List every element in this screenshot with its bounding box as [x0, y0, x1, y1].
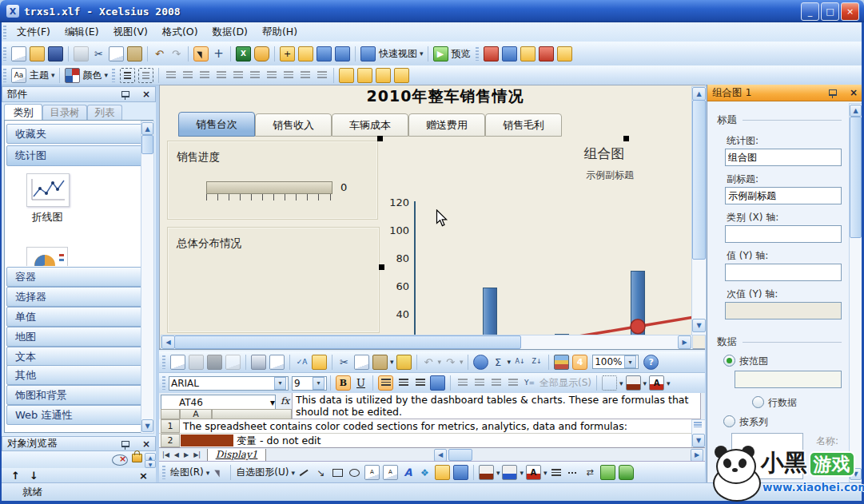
- borders-icon[interactable]: [602, 375, 617, 391]
- bring-forward-icon[interactable]: [357, 68, 372, 83]
- excel-permission-icon[interactable]: [225, 355, 241, 370]
- last-sheet-button[interactable]: ▶|: [193, 451, 201, 458]
- chevron-down-icon[interactable]: ▾: [51, 71, 55, 79]
- textbox-tool-icon[interactable]: A: [364, 465, 380, 480]
- menu-file[interactable]: 文件(F): [10, 22, 58, 42]
- section-maps[interactable]: 地图: [6, 327, 148, 347]
- space-evenly-horizontal-icon[interactable]: [265, 69, 278, 82]
- hide-object-icon[interactable]: ×: [112, 454, 128, 466]
- make-same-width-icon[interactable]: [298, 69, 312, 82]
- secondary-axis-input[interactable]: [725, 302, 842, 319]
- research-icon[interactable]: [312, 355, 327, 370]
- cut-icon[interactable]: ✂: [92, 47, 106, 61]
- line-tool-icon[interactable]: [297, 466, 311, 479]
- scrollbar-thumb[interactable]: [850, 117, 862, 238]
- align-left-button[interactable]: [378, 375, 393, 391]
- diagram-icon[interactable]: ❖: [418, 466, 432, 479]
- fill-color-icon[interactable]: [626, 375, 641, 391]
- chevron-down-icon[interactable]: ▾: [270, 397, 275, 408]
- increase-font-icon[interactable]: [489, 376, 503, 390]
- subtitle-input[interactable]: [725, 187, 842, 204]
- row-header-1[interactable]: 1: [161, 419, 180, 433]
- scrollbar-thumb[interactable]: [141, 135, 153, 154]
- row-data-radio[interactable]: [752, 396, 764, 408]
- tab-tree[interactable]: 目录树: [42, 105, 87, 121]
- chevron-down-icon[interactable]: ▾: [460, 358, 464, 366]
- design-canvas[interactable]: 2010年整车销售情况 销售台次 销售收入 车辆成本 赠送费用 销售毛利 销售进…: [159, 85, 705, 349]
- preview-button[interactable]: 预览: [452, 47, 471, 61]
- insert-picture-icon[interactable]: [453, 465, 468, 480]
- section-art-backgrounds[interactable]: 饰图和背景: [6, 385, 148, 405]
- hyperlink-globe-icon[interactable]: [473, 355, 488, 370]
- corner-cell[interactable]: [161, 409, 180, 419]
- category-axis-input[interactable]: [725, 225, 842, 243]
- draw-menu-button[interactable]: 绘图(R): [170, 466, 204, 479]
- close-icon[interactable]: ×: [142, 89, 150, 100]
- by-range-radio[interactable]: [723, 355, 735, 367]
- section-selectors[interactable]: 选择器: [6, 287, 148, 307]
- scroll-down-button[interactable]: ▼: [692, 434, 705, 447]
- pin-icon[interactable]: [121, 441, 129, 447]
- chevron-down-icon[interactable]: ▾: [291, 469, 295, 477]
- by-series-radio[interactable]: [723, 415, 735, 427]
- tab-list[interactable]: 列表: [87, 105, 122, 121]
- dashboard-tab-vehicle-cost[interactable]: 车辆成本: [332, 113, 408, 137]
- name-box[interactable]: AT46 ▾: [161, 395, 276, 410]
- close-icon[interactable]: ×: [142, 439, 150, 450]
- scroll-left-button[interactable]: ◀: [434, 449, 447, 462]
- redo-icon[interactable]: ↷: [169, 47, 183, 61]
- row-header-2[interactable]: 2: [161, 434, 180, 447]
- menu-format[interactable]: 格式(O): [155, 22, 205, 42]
- import-excel-icon[interactable]: X: [236, 46, 251, 62]
- excel-print-preview-icon[interactable]: [269, 355, 285, 370]
- align-middle-icon[interactable]: [231, 69, 245, 82]
- scroll-right-button[interactable]: ▶: [678, 335, 691, 349]
- align-right-button[interactable]: [413, 376, 427, 390]
- make-same-height-icon[interactable]: [315, 69, 328, 82]
- canvas-decrease-icon[interactable]: [298, 46, 313, 62]
- components-scrollbar[interactable]: [141, 121, 154, 434]
- shadow-style-icon[interactable]: [600, 465, 615, 480]
- selection-handle[interactable]: [379, 264, 384, 270]
- chevron-down-icon[interactable]: ▾: [390, 358, 394, 366]
- column-header-a[interactable]: A: [180, 409, 212, 419]
- show-all-button[interactable]: 全部显示(S): [540, 376, 591, 390]
- scroll-down-button[interactable]: ▼: [141, 419, 153, 432]
- chevron-down-icon[interactable]: ▾: [508, 358, 512, 366]
- oval-tool-icon[interactable]: [348, 466, 361, 479]
- bold-button[interactable]: B: [336, 375, 351, 391]
- section-containers[interactable]: 容器: [6, 267, 148, 287]
- rectangle-tool-icon[interactable]: [331, 466, 344, 479]
- merge-center-button[interactable]: [430, 375, 445, 391]
- delete-icon[interactable]: ×: [139, 470, 148, 482]
- chevron-down-icon[interactable]: ▾: [520, 469, 524, 477]
- export-air-icon[interactable]: [502, 46, 517, 62]
- align-right-icon[interactable]: [197, 69, 211, 82]
- cut-icon[interactable]: ✂: [337, 355, 351, 369]
- arrow-tool-icon[interactable]: ↘: [314, 466, 328, 479]
- section-text[interactable]: 文本: [6, 347, 148, 367]
- export-outlook-icon[interactable]: [520, 46, 536, 62]
- color-scheme-button[interactable]: 颜色: [83, 69, 102, 82]
- pie-chart-thumbnail[interactable]: [26, 247, 68, 266]
- component-crosshair-icon[interactable]: +: [212, 47, 225, 61]
- spreadsheet-grid[interactable]: 1 The spreadsheet contains color coded s…: [159, 419, 705, 447]
- move-down-icon[interactable]: ↓: [30, 470, 38, 482]
- space-evenly-vertical-icon[interactable]: [281, 69, 295, 82]
- vertical-textbox-tool-icon[interactable]: A: [383, 465, 398, 480]
- decrease-indent-icon[interactable]: [456, 376, 469, 390]
- select-objects-icon[interactable]: [212, 466, 225, 479]
- send-to-back-icon[interactable]: [394, 68, 409, 83]
- excel-new-icon[interactable]: [170, 355, 185, 370]
- undo-icon[interactable]: ↶: [153, 47, 166, 61]
- chevron-down-icon[interactable]: ▾: [667, 379, 671, 387]
- series-listbox[interactable]: [731, 433, 803, 479]
- filter-icon[interactable]: Y=: [523, 376, 536, 390]
- sort-ascending-icon[interactable]: A↓: [513, 355, 527, 369]
- lock-object-icon[interactable]: [132, 454, 142, 462]
- redo-icon[interactable]: ↷: [444, 355, 457, 369]
- underline-button[interactable]: U: [354, 376, 368, 390]
- splitter-grip[interactable]: [694, 422, 702, 427]
- line-chart-thumbnail[interactable]: [26, 173, 70, 207]
- scroll-right-button[interactable]: ▶: [691, 449, 703, 462]
